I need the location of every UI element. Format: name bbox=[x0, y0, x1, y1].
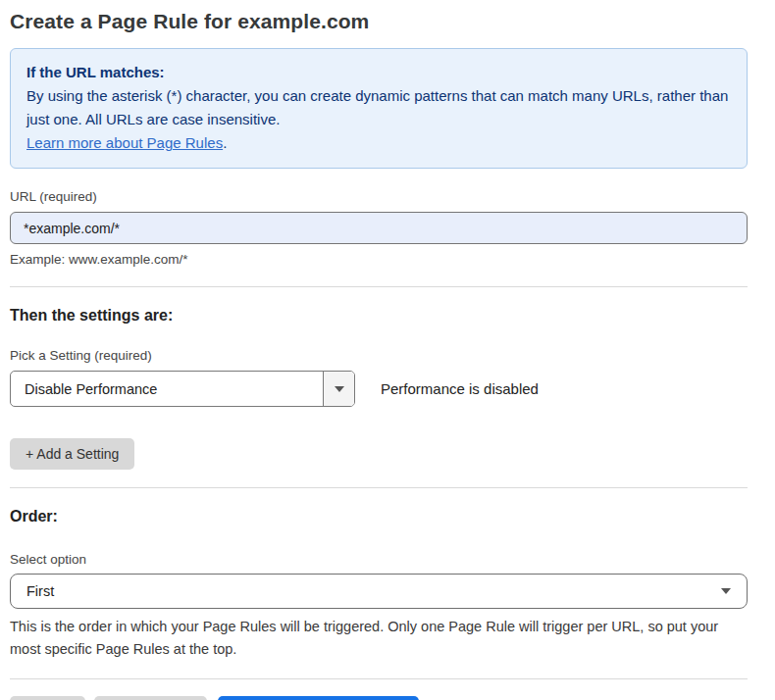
order-select-label: Select option bbox=[10, 552, 748, 567]
divider bbox=[10, 678, 748, 679]
pick-setting-label: Pick a Setting (required) bbox=[10, 348, 748, 363]
save-and-deploy-button[interactable]: Save and Deploy Page Rule bbox=[218, 696, 419, 700]
url-input[interactable] bbox=[10, 212, 748, 244]
info-box-heading: If the URL matches: bbox=[26, 61, 731, 84]
link-suffix: . bbox=[223, 134, 227, 151]
order-select[interactable]: First bbox=[10, 574, 748, 609]
order-help-text: This is the order in which your Page Rul… bbox=[10, 616, 741, 661]
divider bbox=[10, 286, 748, 287]
page-rule-form: Create a Page Rule for example.com If th… bbox=[0, 0, 775, 700]
info-box-body: By using the asterisk (*) character, you… bbox=[26, 84, 731, 131]
setting-dropdown-arrow-button[interactable] bbox=[323, 372, 354, 406]
footer-actions: Cancel Save as Draft Save and Deploy Pag… bbox=[10, 696, 748, 700]
triangle-down-icon bbox=[335, 386, 344, 392]
info-box-link-line: Learn more about Page Rules. bbox=[26, 131, 731, 155]
divider bbox=[10, 487, 748, 488]
order-section-heading: Order: bbox=[10, 508, 748, 525]
add-setting-button[interactable]: + Add a Setting bbox=[10, 438, 134, 470]
url-example-text: Example: www.example.com/* bbox=[10, 252, 748, 267]
chevron-down-icon bbox=[721, 588, 731, 594]
setting-status-text: Performance is disabled bbox=[381, 380, 539, 397]
setting-row: Disable Performance Performance is disab… bbox=[10, 371, 748, 407]
page-title: Create a Page Rule for example.com bbox=[10, 10, 748, 33]
setting-dropdown-value: Disable Performance bbox=[11, 372, 323, 406]
url-match-info-box: If the URL matches: By using the asteris… bbox=[10, 48, 748, 169]
url-field-label: URL (required) bbox=[10, 189, 748, 204]
setting-dropdown[interactable]: Disable Performance bbox=[10, 371, 355, 407]
order-select-value: First bbox=[26, 583, 721, 599]
settings-section-heading: Then the settings are: bbox=[10, 307, 748, 325]
cancel-button[interactable]: Cancel bbox=[10, 696, 85, 700]
learn-more-link[interactable]: Learn more about Page Rules bbox=[26, 134, 223, 151]
save-as-draft-button[interactable]: Save as Draft bbox=[94, 696, 207, 700]
